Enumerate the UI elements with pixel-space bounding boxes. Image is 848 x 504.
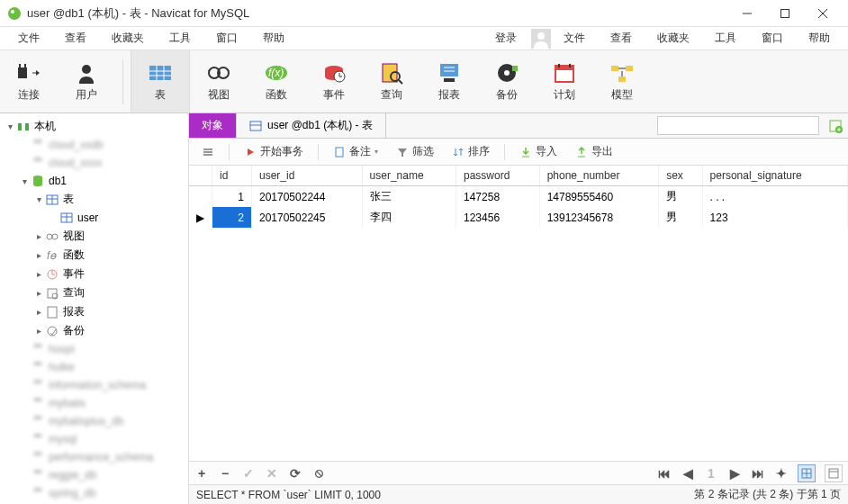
tree-db-blurred[interactable]: hulke <box>0 358 188 376</box>
table-row[interactable]: 120170502244张三14725814789555460男. . . <box>189 186 848 208</box>
minimize-button[interactable] <box>729 1 765 26</box>
cell[interactable]: 男 <box>659 186 702 208</box>
menu-item[interactable]: 查看 <box>52 27 99 50</box>
toolbar-report-button[interactable]: 报表 <box>420 50 478 112</box>
tree-backups[interactable]: ▸备份 <box>0 321 188 340</box>
cell[interactable]: 1 <box>212 186 252 208</box>
import-button[interactable]: 导入 <box>512 141 564 162</box>
tree-db-blurred[interactable]: hospi <box>0 340 188 358</box>
menu-item[interactable]: 文件 <box>5 27 52 50</box>
chevron-down-icon[interactable]: ▾ <box>32 194 45 204</box>
menu-item[interactable]: 收藏夹 <box>99 27 157 50</box>
column-header[interactable]: sex <box>659 166 702 186</box>
refresh-button[interactable]: ⟳ <box>288 466 302 481</box>
toolbar-plug-button[interactable]: 连接 <box>0 50 58 112</box>
table-row[interactable]: ▶220170502245李四12345613912345678男123 <box>189 207 848 228</box>
new-tab-button[interactable] <box>823 113 848 138</box>
tree-db-db1[interactable]: ▾ db1 <box>0 172 188 190</box>
column-header[interactable]: password <box>456 166 540 186</box>
menu-3[interactable]: 工具 <box>702 27 749 50</box>
sort-button[interactable]: 排序 <box>445 141 497 162</box>
menu-1[interactable]: 查看 <box>598 27 645 50</box>
cell[interactable]: 男 <box>659 207 702 228</box>
filter-button[interactable]: 筛选 <box>389 141 441 162</box>
menu-4[interactable]: 窗口 <box>749 27 796 50</box>
chevron-down-icon[interactable]: ▾ <box>18 176 31 186</box>
first-page-button[interactable]: ⏮ <box>657 466 672 481</box>
column-header[interactable]: user_id <box>252 166 363 186</box>
tree-connection[interactable]: ▾ 本机 <box>0 117 188 136</box>
close-button[interactable] <box>805 1 841 26</box>
toolbar-user-button[interactable]: 用户 <box>58 50 115 112</box>
add-record-button[interactable]: + <box>194 466 209 481</box>
delete-record-button[interactable]: − <box>218 466 232 481</box>
column-header[interactable]: personal_signature <box>702 166 847 186</box>
menu-0[interactable]: 文件 <box>551 27 598 50</box>
tree-db-blurred[interactable]: mybatisplus_db <box>0 412 188 430</box>
tree-db-blurred[interactable]: mysql <box>0 430 188 448</box>
connection-tree[interactable]: ▾ 本机 cloud_xxdb cloud_xxxx ▾ db1 ▾ 表 use… <box>0 113 189 504</box>
cell[interactable]: 张三 <box>362 186 456 208</box>
tree-functions[interactable]: ▸fө函数 <box>0 246 188 265</box>
grid-view-button[interactable] <box>798 464 816 482</box>
prev-page-button[interactable]: ◀ <box>681 466 695 481</box>
tree-db-blurred[interactable]: performance_schema <box>0 448 188 466</box>
menu-item[interactable]: 工具 <box>157 27 203 50</box>
cell[interactable]: 14789555460 <box>539 186 658 208</box>
cell[interactable]: 2 <box>212 207 252 228</box>
tab-objects[interactable]: 对象 <box>189 113 237 138</box>
last-page-button[interactable]: ⏭ <box>751 466 765 481</box>
cell[interactable]: 123 <box>702 207 847 228</box>
tab-user-table[interactable]: user @db1 (本机) - 表 <box>237 113 386 138</box>
tree-db-blurred[interactable]: reggie_db <box>0 466 188 484</box>
menu-2[interactable]: 收藏夹 <box>645 27 702 50</box>
tree-db-blurred[interactable]: mybatis <box>0 394 188 412</box>
cell[interactable]: 李四 <box>362 207 456 228</box>
maximize-button[interactable] <box>767 1 803 26</box>
cell[interactable]: 20170502244 <box>252 186 363 208</box>
cell[interactable]: 20170502245 <box>252 207 363 228</box>
tree-queries[interactable]: ▸查询 <box>0 284 188 302</box>
toolbar-table-button[interactable]: 表 <box>131 50 190 112</box>
data-grid[interactable]: iduser_iduser_namepasswordphone_numberse… <box>189 166 848 461</box>
login-link[interactable]: 登录 <box>486 27 526 50</box>
tree-reports[interactable]: ▸报表 <box>0 302 188 321</box>
cell[interactable]: 13912345678 <box>539 207 658 228</box>
begin-transaction-button[interactable]: 开始事务 <box>237 141 311 162</box>
tree-db-blurred[interactable]: information_schema <box>0 376 188 394</box>
menu-item[interactable]: 帮助 <box>250 27 297 50</box>
toolbar-query-button[interactable]: 查询 <box>363 50 420 112</box>
next-page-button[interactable]: ▶ <box>727 466 742 481</box>
toolbar-view-button[interactable]: 视图 <box>190 50 248 112</box>
menu-item[interactable]: 窗口 <box>203 27 250 50</box>
tree-events[interactable]: ▸事件 <box>0 265 188 284</box>
menu-5[interactable]: 帮助 <box>796 27 843 50</box>
column-header[interactable]: phone_number <box>539 166 658 186</box>
tree-db-blurred[interactable]: cloud_xxdb <box>0 136 188 154</box>
tree-db-blurred[interactable]: spring_db <box>0 484 188 502</box>
menu-toggle-button[interactable] <box>194 143 221 161</box>
toolbar-schedule-button[interactable]: 计划 <box>536 50 593 112</box>
toolbar-event-button[interactable]: 事件 <box>305 50 363 112</box>
column-header[interactable]: user_name <box>362 166 456 186</box>
apply-changes-button[interactable]: ✓ <box>241 466 256 481</box>
memo-button[interactable]: 备注▾ <box>326 141 385 162</box>
tree-tables[interactable]: ▾ 表 <box>0 190 188 209</box>
tree-views[interactable]: ▸视图 <box>0 227 188 246</box>
cell[interactable]: 147258 <box>456 186 540 208</box>
avatar-icon[interactable] <box>531 29 551 49</box>
cancel-changes-button[interactable]: ✕ <box>265 466 279 481</box>
chevron-down-icon[interactable]: ▾ <box>4 122 16 131</box>
toolbar-backup-button[interactable]: 备份 <box>478 50 536 112</box>
settings-icon[interactable]: ✦ <box>774 466 789 481</box>
cell[interactable]: . . . <box>702 186 847 208</box>
tree-table-user[interactable]: user <box>0 209 188 227</box>
export-button[interactable]: 导出 <box>568 141 620 162</box>
toolbar-fx-button[interactable]: f(x)函数 <box>248 50 305 112</box>
stop-button[interactable]: ⦸ <box>311 465 326 481</box>
column-header[interactable]: id <box>212 166 252 186</box>
toolbar-model-button[interactable]: 模型 <box>593 50 651 112</box>
tree-db-blurred[interactable]: cloud_xxxx <box>0 154 188 172</box>
search-input[interactable] <box>657 116 819 135</box>
cell[interactable]: 123456 <box>456 207 540 228</box>
